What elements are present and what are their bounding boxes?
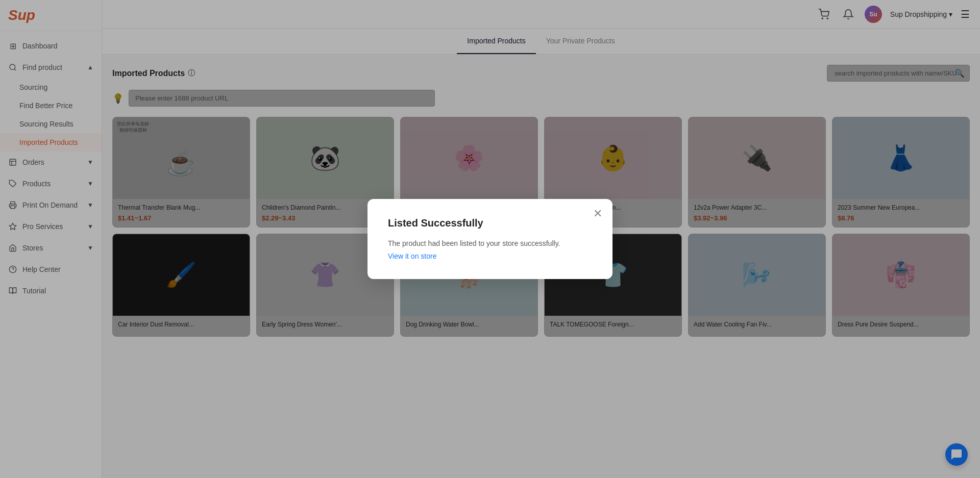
view-on-store-link[interactable]: View it on store — [388, 252, 436, 260]
modal-description: The product had been listed to your stor… — [388, 239, 592, 247]
modal-overlay[interactable]: ✕ Listed Successfully The product had be… — [0, 0, 980, 478]
modal-title: Listed Successfully — [388, 217, 592, 229]
close-icon: ✕ — [593, 207, 602, 220]
modal: ✕ Listed Successfully The product had be… — [368, 199, 612, 279]
modal-close-button[interactable]: ✕ — [593, 207, 602, 220]
